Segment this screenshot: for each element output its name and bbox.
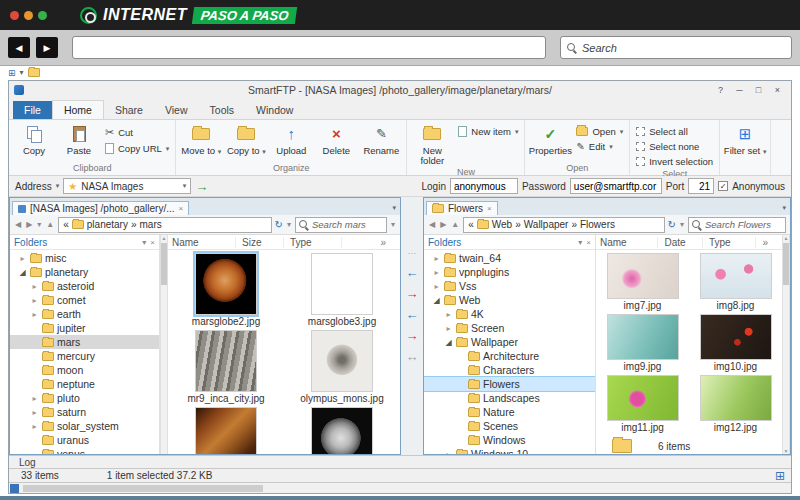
- up-button[interactable]: ▲: [45, 220, 55, 229]
- tree-item[interactable]: Scenes: [424, 419, 595, 433]
- tab-tools[interactable]: Tools: [199, 101, 246, 119]
- sync-both-icon[interactable]: ↔: [406, 351, 419, 363]
- tree-item-mars-selected[interactable]: mars: [10, 335, 159, 349]
- filter-set-button[interactable]: ⊞ Filter set ▾: [723, 122, 767, 157]
- tree-item[interactable]: Characters: [424, 363, 595, 377]
- edit-button[interactable]: ✎ Edit ▾: [573, 140, 626, 153]
- expand-icon[interactable]: ▸: [444, 310, 453, 319]
- expand-icon[interactable]: ▸: [30, 394, 39, 403]
- expand-icon[interactable]: ▸: [432, 268, 441, 277]
- view-options-icon[interactable]: ▾: [390, 220, 396, 229]
- new-folder-button[interactable]: New folder: [410, 122, 454, 166]
- breadcrumb-part[interactable]: planetary: [87, 219, 128, 230]
- refresh-icon[interactable]: ↻: [275, 219, 283, 230]
- tab-list-dropdown-icon[interactable]: ▾: [782, 204, 786, 212]
- tab-view[interactable]: View: [154, 101, 199, 119]
- expand-icon[interactable]: ▸: [18, 254, 27, 263]
- breadcrumb-part[interactable]: Wallpaper: [524, 219, 569, 230]
- file-item[interactable]: marsglobe3.jpg: [284, 253, 400, 327]
- chevron-down-icon[interactable]: ▾: [578, 238, 582, 247]
- transfer-left-icon[interactable]: ←: [406, 267, 419, 279]
- properties-button[interactable]: ✓ Properties: [528, 122, 572, 156]
- browser-back-button[interactable]: ◀: [8, 37, 30, 58]
- column-header-size[interactable]: Size: [242, 237, 284, 248]
- right-panel-tab[interactable]: Flowers ×: [426, 201, 498, 215]
- breadcrumb-part[interactable]: mars: [140, 219, 162, 230]
- column-header-date[interactable]: Date: [664, 237, 702, 248]
- maximize-button[interactable]: □: [750, 85, 767, 95]
- breadcrumb-part[interactable]: Flowers: [580, 219, 615, 230]
- browser-search-input[interactable]: [582, 42, 785, 54]
- copy-url-button[interactable]: Copy URL ▾: [102, 142, 172, 155]
- window-minimize-dot[interactable]: [24, 11, 33, 20]
- right-search-input[interactable]: [705, 219, 782, 230]
- log-panel-header[interactable]: Log: [9, 455, 791, 468]
- more-columns-icon[interactable]: »: [762, 237, 772, 248]
- expand-icon[interactable]: ▸: [432, 282, 441, 291]
- tree-item[interactable]: jupiter: [10, 321, 159, 335]
- tree-item[interactable]: mercury: [10, 349, 159, 363]
- login-input[interactable]: [450, 178, 518, 194]
- nav-back-button[interactable]: ◀: [428, 220, 436, 229]
- left-panel-tab[interactable]: [NASA Images] /photo_gallery/... ×: [12, 201, 189, 215]
- left-search-box[interactable]: [295, 217, 387, 233]
- tree-item[interactable]: ▸comet: [10, 293, 159, 307]
- invert-selection-button[interactable]: Invert selection: [633, 155, 716, 168]
- window-maximize-dot[interactable]: [38, 11, 47, 20]
- browser-search-box[interactable]: [560, 36, 792, 59]
- close-button[interactable]: ×: [769, 85, 786, 95]
- expand-icon[interactable]: ▸: [30, 310, 39, 319]
- left-tree-scrollbar[interactable]: ▲: [160, 235, 168, 454]
- file-item[interactable]: img9.jpg: [596, 314, 689, 372]
- file-item[interactable]: marsglobe2.jpg: [168, 253, 284, 327]
- history-dropdown-icon[interactable]: ▾: [36, 220, 42, 229]
- tree-item[interactable]: ▸twain_64: [424, 251, 595, 265]
- file-item[interactable]: img7.jpg: [596, 253, 689, 311]
- collapse-icon[interactable]: ◢: [432, 296, 441, 305]
- transfer-right-icon[interactable]: →: [406, 330, 419, 342]
- close-icon[interactable]: ×: [150, 238, 155, 247]
- tab-home[interactable]: Home: [52, 100, 104, 119]
- tree-item[interactable]: ▸Vss: [424, 279, 595, 293]
- expand-icon[interactable]: ▸: [30, 282, 39, 291]
- tab-list-dropdown-icon[interactable]: ▾: [392, 204, 396, 212]
- folder-icon[interactable]: [612, 439, 632, 453]
- transfer-right-icon[interactable]: →: [406, 288, 419, 300]
- scroll-up-icon[interactable]: ▲: [162, 235, 167, 241]
- tree-item[interactable]: ▸vpnplugins: [424, 265, 595, 279]
- tree-item[interactable]: uranus: [10, 433, 159, 447]
- file-item[interactable]: img11.jpg: [596, 375, 689, 433]
- tree-item[interactable]: ▸earth: [10, 307, 159, 321]
- tree-item[interactable]: Windows: [424, 433, 595, 447]
- connect-button[interactable]: →: [195, 179, 208, 194]
- tree-item[interactable]: ▸Windows 10: [424, 447, 595, 454]
- tab-window[interactable]: Window: [245, 101, 304, 119]
- tree-item[interactable]: ◢Wallpaper: [424, 335, 595, 349]
- select-all-button[interactable]: Select all: [633, 125, 716, 138]
- window-icon[interactable]: ⊞: [8, 68, 16, 78]
- nav-forward-button[interactable]: ▶: [25, 220, 33, 229]
- scrollbar-thumb[interactable]: [161, 243, 167, 285]
- password-input[interactable]: [570, 178, 662, 194]
- chevron-down-icon[interactable]: ▾: [20, 68, 24, 77]
- browser-address-input[interactable]: [72, 36, 546, 59]
- scrollbar-thumb[interactable]: [23, 485, 263, 492]
- file-item[interactable]: img10.jpg: [689, 314, 782, 372]
- open-button[interactable]: Open ▾: [573, 125, 626, 138]
- tab-close-icon[interactable]: ×: [487, 204, 492, 213]
- file-item[interactable]: [284, 407, 400, 454]
- chevron-down-icon[interactable]: ▾: [142, 238, 146, 247]
- favorite-combo[interactable]: ★ NASA Images ▾: [63, 178, 191, 194]
- paste-button[interactable]: Paste: [57, 122, 101, 156]
- rename-button[interactable]: ✎ Rename: [359, 122, 403, 156]
- tree-item[interactable]: venus: [10, 447, 159, 454]
- tree-item[interactable]: Landscapes: [424, 391, 595, 405]
- file-item[interactable]: img8.jpg: [689, 253, 782, 311]
- chevron-down-icon[interactable]: ▾: [286, 220, 292, 229]
- view-mode-icon[interactable]: ⊞: [775, 469, 785, 483]
- close-icon[interactable]: ×: [586, 238, 591, 247]
- tree-item[interactable]: ▸Screen: [424, 321, 595, 335]
- breadcrumb-part[interactable]: Web: [492, 219, 512, 230]
- expand-icon[interactable]: ▸: [30, 296, 39, 305]
- folder-icon[interactable]: [28, 68, 40, 77]
